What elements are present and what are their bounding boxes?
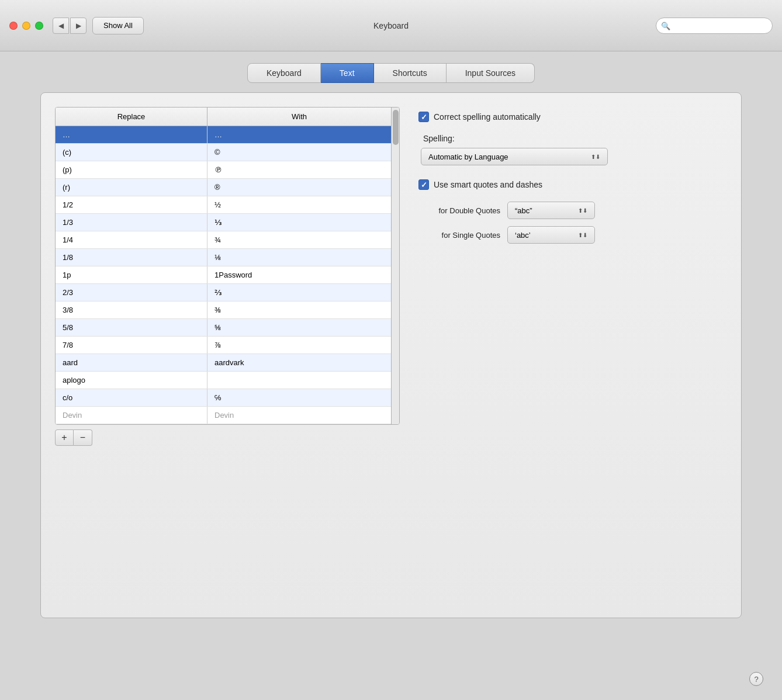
single-quotes-dropdown[interactable]: ‘abc’ ⬆⬇ bbox=[507, 226, 595, 244]
main-content: Keyboard Text Shortcuts Input Sources Re… bbox=[0, 51, 782, 700]
cell-with: Devin bbox=[207, 407, 391, 424]
table-body[interactable]: … … (c) © (p) ℗ (r) ® bbox=[56, 126, 391, 424]
show-all-button[interactable]: Show All bbox=[92, 17, 144, 34]
cell-with: aardvark bbox=[207, 354, 391, 371]
cell-with: … bbox=[207, 126, 391, 143]
col-with-header: With bbox=[207, 108, 391, 126]
forward-button[interactable]: ▶ bbox=[70, 18, 86, 34]
cell-replace: aplogo bbox=[56, 372, 207, 389]
table-row[interactable]: (c) © bbox=[56, 144, 391, 161]
cell-replace: … bbox=[56, 126, 207, 143]
search-input[interactable] bbox=[656, 18, 773, 34]
cell-with: ⅝ bbox=[207, 319, 391, 336]
table-row[interactable]: 3/8 ⅜ bbox=[56, 302, 391, 319]
table-row[interactable]: 1/3 ⅓ bbox=[56, 214, 391, 231]
cell-replace: 1p bbox=[56, 266, 207, 283]
cell-with: ⅞ bbox=[207, 337, 391, 354]
tab-shortcuts[interactable]: Shortcuts bbox=[374, 63, 447, 83]
cell-replace: 1/4 bbox=[56, 231, 207, 248]
tab-input-sources[interactable]: Input Sources bbox=[447, 63, 535, 83]
cell-with: ℅ bbox=[207, 389, 391, 406]
smart-quotes-checkbox[interactable] bbox=[418, 179, 429, 190]
cell-replace: 1/8 bbox=[56, 249, 207, 266]
spelling-label: Spelling: bbox=[423, 134, 727, 143]
nav-buttons: ◀ ▶ bbox=[53, 18, 86, 34]
cell-with bbox=[207, 372, 391, 389]
smart-quotes-row: Use smart quotes and dashes bbox=[418, 179, 727, 190]
add-row-button[interactable]: + bbox=[55, 429, 74, 446]
back-button[interactable]: ◀ bbox=[53, 18, 69, 34]
table-row[interactable]: (p) ℗ bbox=[56, 161, 391, 179]
cell-replace: (p) bbox=[56, 161, 207, 178]
cell-with: ½ bbox=[207, 196, 391, 213]
cell-with: ¾ bbox=[207, 231, 391, 248]
table-row[interactable]: 5/8 ⅝ bbox=[56, 319, 391, 337]
table-row-partial[interactable]: Devin Devin bbox=[56, 407, 391, 424]
double-quotes-dropdown[interactable]: “abc” ⬆⬇ bbox=[507, 202, 595, 219]
tab-keyboard[interactable]: Keyboard bbox=[247, 63, 321, 83]
table-row[interactable]: aard aardvark bbox=[56, 354, 391, 372]
search-icon: 🔍 bbox=[661, 21, 670, 30]
table-row[interactable]: 1/8 ⅛ bbox=[56, 249, 391, 266]
table-row[interactable]: c/o ℅ bbox=[56, 389, 391, 407]
single-quotes-label: for Single Quotes bbox=[418, 231, 500, 240]
cell-replace: Devin bbox=[56, 407, 207, 424]
cell-replace: 7/8 bbox=[56, 337, 207, 354]
cell-replace: 1/3 bbox=[56, 214, 207, 231]
scrollbar[interactable] bbox=[391, 108, 399, 424]
cell-with: ⅛ bbox=[207, 249, 391, 266]
smart-quotes-label: Use smart quotes and dashes bbox=[434, 180, 542, 189]
tab-text[interactable]: Text bbox=[321, 63, 374, 83]
table-row[interactable]: (r) ® bbox=[56, 179, 391, 196]
spelling-dropdown-value: Automatic by Language bbox=[428, 153, 508, 161]
search-box: 🔍 bbox=[656, 18, 773, 34]
col-replace-header: Replace bbox=[56, 108, 207, 126]
cell-replace: (c) bbox=[56, 144, 207, 161]
quotes-section: for Double Quotes “abc” ⬆⬇ for Single Qu… bbox=[418, 202, 727, 244]
table-row[interactable]: … … bbox=[56, 126, 391, 144]
titlebar: ◀ ▶ Show All Keyboard 🔍 bbox=[0, 0, 782, 51]
close-button[interactable] bbox=[9, 22, 18, 30]
table-row[interactable]: aplogo bbox=[56, 372, 391, 389]
table-section: Replace With … … (c) © bbox=[55, 107, 400, 604]
cell-with: ℗ bbox=[207, 161, 391, 178]
cell-replace: 2/3 bbox=[56, 284, 207, 301]
options-section: Correct spelling automatically Spelling:… bbox=[418, 107, 727, 604]
scrollbar-thumb[interactable] bbox=[393, 110, 399, 145]
cell-with: ⅓ bbox=[207, 214, 391, 231]
chevron-updown-icon2: ⬆⬇ bbox=[578, 232, 587, 238]
cell-replace: 5/8 bbox=[56, 319, 207, 336]
single-quotes-row: for Single Quotes ‘abc’ ⬆⬇ bbox=[418, 226, 727, 244]
correct-spelling-label: Correct spelling automatically bbox=[434, 112, 541, 122]
correct-spelling-checkbox[interactable] bbox=[418, 112, 429, 122]
cell-replace: 3/8 bbox=[56, 302, 207, 318]
replace-table: Replace With … … (c) © bbox=[56, 108, 391, 424]
table-row[interactable]: 7/8 ⅞ bbox=[56, 337, 391, 354]
window-title: Keyboard bbox=[373, 21, 409, 30]
spelling-dropdown[interactable]: Automatic by Language ⬆⬇ bbox=[421, 148, 608, 165]
cell-with: ® bbox=[207, 179, 391, 196]
minimize-button[interactable] bbox=[22, 22, 30, 30]
cell-with: 1Password bbox=[207, 266, 391, 283]
single-quotes-value: ‘abc’ bbox=[515, 231, 531, 240]
maximize-button[interactable] bbox=[35, 22, 43, 30]
help-button[interactable]: ? bbox=[749, 672, 763, 686]
cell-with: © bbox=[207, 144, 391, 161]
cell-replace: c/o bbox=[56, 389, 207, 406]
table-header: Replace With bbox=[56, 108, 391, 126]
table-row[interactable]: 2/3 ⅔ bbox=[56, 284, 391, 302]
traffic-lights bbox=[9, 22, 43, 30]
table-row[interactable]: 1/2 ½ bbox=[56, 196, 391, 214]
cell-replace: 1/2 bbox=[56, 196, 207, 213]
remove-row-button[interactable]: − bbox=[74, 429, 92, 446]
cell-with: ⅔ bbox=[207, 284, 391, 301]
double-quotes-value: “abc” bbox=[515, 206, 532, 215]
replace-table-container: Replace With … … (c) © bbox=[55, 107, 400, 425]
table-row[interactable]: 1/4 ¾ bbox=[56, 231, 391, 249]
table-buttons: + − bbox=[55, 429, 400, 446]
table-row[interactable]: 1p 1Password bbox=[56, 266, 391, 284]
chevron-updown-icon: ⬆⬇ bbox=[578, 207, 587, 214]
double-quotes-row: for Double Quotes “abc” ⬆⬇ bbox=[418, 202, 727, 219]
chevron-down-icon: ⬆⬇ bbox=[591, 154, 600, 160]
correct-spelling-row: Correct spelling automatically bbox=[418, 112, 727, 122]
